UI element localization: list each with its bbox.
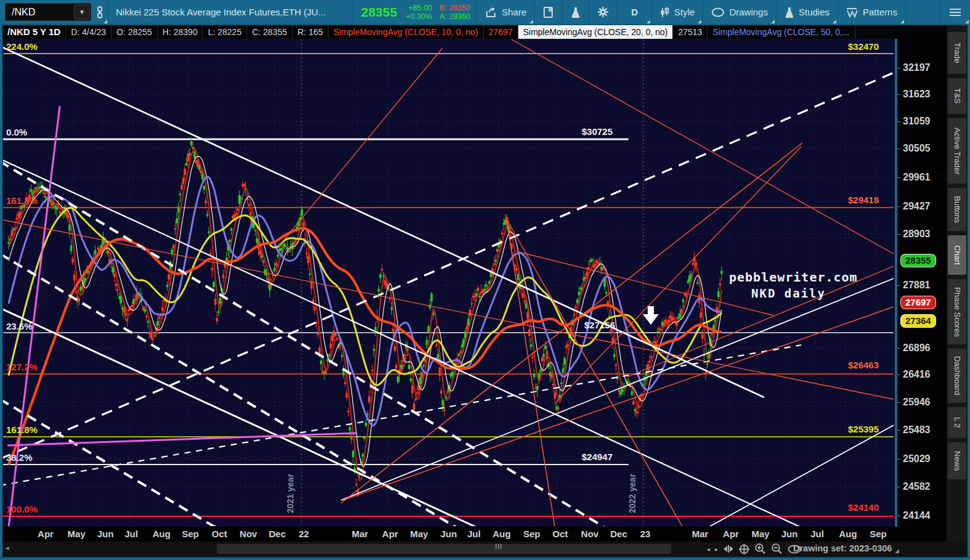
status-icon-row: ◂ ▸ [707, 542, 801, 556]
scroll-left-icon[interactable]: ◂ [6, 544, 9, 552]
price-level-label: $32470 [848, 41, 879, 52]
list-icon [950, 8, 961, 17]
price-axis[interactable]: 3219731623310593050529961294272890327881… [897, 25, 947, 542]
month-label: Sep [870, 529, 887, 539]
axis-tick-mark [897, 68, 900, 68]
price-chart-canvas[interactable]: 2021 year2022 year [0, 0, 897, 530]
sidebar-tab-chart[interactable]: Chart [948, 235, 966, 275]
fib-level-label: 23.6% [6, 321, 33, 331]
price-level-label: $24140 [848, 502, 879, 513]
price-tick-label: 27881 [903, 280, 931, 291]
toolbar-spacer [906, 0, 940, 25]
month-label: Jun [97, 529, 114, 539]
month-label: Aug [839, 529, 857, 539]
axis-tick-mark [897, 121, 900, 122]
month-label: Jul [124, 529, 138, 539]
price-tick-label: 28903 [903, 229, 931, 240]
month-label: May [410, 529, 428, 539]
fib-level-label: 100.0% [6, 504, 38, 514]
month-label: Sep [523, 529, 540, 539]
dropdown-corner [965, 20, 969, 23]
zoom-out-icon[interactable] [771, 543, 783, 554]
sidebar-tab-t-s[interactable]: T&S [948, 78, 966, 114]
crosshair-icon[interactable] [739, 544, 749, 554]
fib-level-label: 38.2% [6, 452, 33, 463]
fib-level-label: 224.0% [6, 41, 38, 52]
month-label: Apr [382, 529, 398, 539]
time-axis[interactable]: AprMayJunJulAugSepOctNovDec22MarAprMayJu… [2, 527, 897, 542]
price-tick-label: 25029 [903, 453, 931, 465]
sidebar-tab-trade[interactable]: Trade [948, 32, 966, 74]
watermark-symbol: NKD daily [751, 286, 826, 300]
month-label: Jun [781, 529, 798, 539]
month-label: Aug [492, 529, 510, 539]
month-label: Nov [240, 529, 257, 539]
scrollbar-grip-icon[interactable] [495, 544, 502, 549]
axis-price-badge: 28355 [900, 254, 936, 267]
sidebar-tab-news[interactable]: News [948, 442, 966, 479]
month-label: Dec [610, 529, 627, 539]
sidebar-tab-active-trader[interactable]: Active Trader [948, 118, 966, 184]
price-tick-label: 24144 [903, 510, 931, 521]
price-tick-label: 30505 [903, 143, 931, 154]
month-label: Oct [211, 529, 227, 539]
month-label: Jun [441, 529, 457, 539]
axis-tick-mark [897, 430, 900, 431]
sidebar-tabs: TradeT&SActive TraderButtonsChartPhase S… [947, 25, 968, 542]
axis-tick-mark [897, 402, 900, 403]
price-tick-label: 25483 [903, 424, 931, 436]
fib-level-label: 161.8% [6, 424, 38, 435]
watermark-site: pebblewriter.com [729, 270, 858, 285]
fit-width-icon[interactable] [723, 545, 734, 553]
sidebar-tab-buttons[interactable]: Buttons [948, 188, 966, 231]
axis-tick-mark [897, 516, 900, 516]
month-label: 22 [299, 529, 309, 539]
price-level-label: $27156 [584, 320, 615, 330]
month-label: Sep [182, 529, 199, 539]
month-label: 23 [640, 529, 651, 539]
price-tick-label: 26896 [903, 343, 931, 354]
prev-arrow-icon[interactable]: ◂ [707, 546, 710, 553]
price-tick-label: 25946 [903, 397, 931, 408]
sidebar-tab-l-2[interactable]: L 2 [948, 407, 966, 438]
month-label: May [67, 529, 85, 539]
price-tick-label: 29427 [903, 201, 931, 212]
month-label: Apr [723, 529, 739, 539]
month-label: Mar [352, 529, 369, 539]
price-tick-label: 31059 [903, 116, 931, 127]
month-label: Jul [810, 529, 824, 539]
next-arrow-icon[interactable]: ▸ [715, 546, 718, 553]
month-label: May [751, 529, 769, 539]
chart-area[interactable]: 2021 year2022 year 224.0%0.0%161.8%23.6%… [0, 0, 897, 530]
sidebar-tab-phase-scores[interactable]: Phase Scores [948, 279, 966, 344]
axis-price-badge: 27364 [900, 314, 936, 328]
axis-tick-mark [897, 148, 900, 149]
sidebar-tab-dashboard[interactable]: Dashboard [948, 349, 966, 403]
fib-level-label: 161.8% [6, 195, 38, 206]
fib-level-label: 127.2% [6, 362, 38, 372]
axis-tick-mark [897, 234, 900, 235]
axis-tick-mark [897, 177, 900, 178]
axis-price-badge: 27697 [900, 296, 936, 309]
price-level-label: $29418 [848, 195, 879, 205]
axis-tick-mark [897, 206, 900, 207]
axis-tick-mark [897, 285, 900, 286]
month-label: Nov [581, 529, 598, 539]
axis-tick-mark [897, 487, 900, 487]
chart-menu-button[interactable] [940, 0, 970, 25]
axis-tick-mark [897, 94, 900, 95]
price-tick-label: 24582 [903, 481, 931, 492]
month-label: Aug [152, 529, 170, 539]
dropdown-corner [895, 549, 899, 553]
axis-tick-mark [897, 348, 900, 349]
zoom-in-icon[interactable] [754, 543, 766, 554]
time-scrollbar[interactable] [217, 544, 671, 554]
dropdown-corner [900, 20, 904, 23]
drawing-set-label[interactable]: Drawing set: 2023-0306 [793, 543, 892, 553]
price-tick-label: 29961 [903, 172, 931, 183]
price-level-label: $26463 [848, 360, 879, 370]
year-watermark: 2021 year [285, 474, 295, 513]
price-tick-label: 32197 [903, 62, 931, 73]
fib-level-label: 0.0% [6, 127, 27, 137]
axis-tick-mark [897, 459, 900, 460]
